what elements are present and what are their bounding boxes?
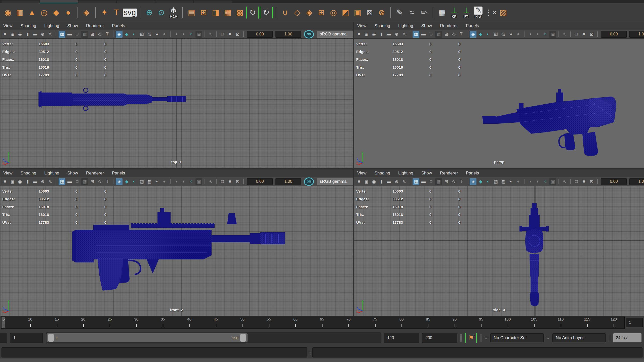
wireframe-on-shaded-icon[interactable]: ◐ xyxy=(131,178,138,185)
field-chart-icon[interactable]: ⊞ xyxy=(89,31,96,38)
motion-blur-icon[interactable]: ◐ xyxy=(534,31,541,38)
toolbar-separator[interactable] xyxy=(170,31,171,37)
safe-title-icon[interactable]: T xyxy=(458,178,465,185)
shelf-tab[interactable] xyxy=(194,1,232,3)
panel-menu-item[interactable]: Lighting xyxy=(398,23,413,28)
safe-title-icon[interactable]: T xyxy=(458,31,465,38)
shaded-mode-icon[interactable]: ◆ xyxy=(477,31,484,38)
select-highlight-icon[interactable]: ↖ xyxy=(561,178,568,185)
anim-layer-menu-arrow[interactable]: ▽ xyxy=(547,336,549,340)
depth-peel-icon[interactable]: ▣ xyxy=(549,31,556,38)
motion-blur-icon[interactable]: ◐ xyxy=(534,178,541,185)
bevel-icon[interactable]: ◈ xyxy=(303,5,315,20)
film-gate-icon[interactable]: ▬ xyxy=(420,31,427,38)
svg-tool-icon[interactable]: svg xyxy=(123,5,137,20)
layout-grip[interactable] xyxy=(460,334,462,342)
lighting-icon[interactable]: ✶ xyxy=(507,178,514,185)
shelf-tab[interactable] xyxy=(117,1,155,3)
toolbar-separator[interactable] xyxy=(113,31,113,37)
command-result-field[interactable] xyxy=(312,347,642,357)
toolbar-separator[interactable] xyxy=(558,179,559,184)
xray-icon[interactable]: ⊠ xyxy=(588,31,595,38)
default-material-icon[interactable]: ▨ xyxy=(500,178,507,185)
toolbar-separator[interactable] xyxy=(56,179,56,184)
edit-edge-flow-icon[interactable]: ≈ xyxy=(406,5,418,20)
anti-alias-icon[interactable]: ○ xyxy=(188,178,195,185)
colorspace-dropdown[interactable]: sRGB gamma xyxy=(317,31,353,38)
super-shape-icon[interactable]: ✦ xyxy=(99,5,110,20)
character-set-menu-arrow[interactable]: ▽ xyxy=(485,336,487,340)
shelf-separator[interactable] xyxy=(276,7,276,18)
contrast-field[interactable]: 1.00 xyxy=(629,178,644,185)
mirror-icon[interactable]: ◨ xyxy=(210,5,221,20)
project-icon[interactable]: ⊠ xyxy=(364,5,375,20)
safe-action-icon[interactable]: ◇ xyxy=(450,178,457,185)
delete-history-icon[interactable]: ✎ Hist xyxy=(472,5,484,20)
safe-title-icon[interactable]: T xyxy=(104,178,111,185)
range-slider-bar[interactable]: 1 120 xyxy=(47,333,248,342)
anim-layer-dropdown[interactable]: No Anim Layer xyxy=(552,333,606,342)
wireframe-on-shaded-icon[interactable]: ◐ xyxy=(131,31,138,38)
panel-menu-item[interactable]: View xyxy=(3,23,13,28)
safe-action-icon[interactable]: ◇ xyxy=(96,178,103,185)
panel-menu-item[interactable]: Lighting xyxy=(44,171,59,176)
panel-menu-item[interactable]: View xyxy=(357,23,367,28)
camera-attributes-icon[interactable]: ◉ xyxy=(17,178,23,185)
shelf-separator[interactable] xyxy=(182,7,183,18)
construction-plane-icon[interactable]: ⊕ xyxy=(143,5,155,20)
pan-zoom-icon[interactable]: ⊕ xyxy=(39,178,46,185)
offset-edge-loop-icon[interactable]: ✏ xyxy=(418,5,430,20)
toolbar-separator[interactable] xyxy=(467,31,467,37)
wireframe-on-shaded-icon[interactable]: ◐ xyxy=(485,31,492,38)
color-management-toggle[interactable]: ON xyxy=(304,177,314,186)
image-plane-icon[interactable]: ▬ xyxy=(386,178,392,185)
range-start-handle[interactable] xyxy=(48,334,54,342)
grid-toggle-icon[interactable]: ▦ xyxy=(59,31,65,38)
playback-start-field[interactable]: 1 xyxy=(10,333,43,343)
time-slider[interactable]: 5 10 15 20 25 xyxy=(1,316,625,329)
pan-zoom-icon[interactable]: ⊕ xyxy=(393,178,400,185)
select-highlight-icon[interactable]: ↖ xyxy=(561,31,568,38)
film-gate-icon[interactable]: ▬ xyxy=(420,178,427,185)
gate-mask-icon[interactable]: ▩ xyxy=(435,31,442,38)
gate-mask-icon[interactable]: ▩ xyxy=(435,178,442,185)
camera-icon[interactable]: ■ xyxy=(355,31,362,38)
lighting-icon[interactable]: ✶ xyxy=(153,178,160,185)
textured-mode-icon[interactable]: ▧ xyxy=(492,178,499,185)
grid-toggle-icon[interactable]: ▦ xyxy=(413,31,419,38)
bookmark-icon[interactable]: ▮ xyxy=(24,178,31,185)
wireframe-mode-icon[interactable]: ◈ xyxy=(116,31,123,38)
toolbar-separator[interactable] xyxy=(243,179,244,184)
textured-mode-icon[interactable]: ▧ xyxy=(138,178,145,185)
resolution-gate-icon[interactable]: □ xyxy=(74,178,80,185)
anti-alias-icon[interactable]: ○ xyxy=(542,31,549,38)
range-end-handle[interactable] xyxy=(240,334,246,342)
toolbar-separator[interactable] xyxy=(410,31,410,37)
contrast-field[interactable]: 1.00 xyxy=(629,31,644,38)
shaded-mode-icon[interactable]: ◆ xyxy=(123,178,130,185)
shelf-tab[interactable] xyxy=(2,1,39,3)
toolbar-separator[interactable] xyxy=(597,31,598,37)
viewport-persp[interactable]: Verts: 15603 0 0 Edges: 30512 0 0 Faces: xyxy=(354,38,644,168)
grid-fill-icon[interactable]: ▦ xyxy=(222,5,233,20)
grease-pencil-icon[interactable]: ✎ xyxy=(401,178,408,185)
camera-lock-icon[interactable]: ▣ xyxy=(9,178,16,185)
poly-cylinder-icon[interactable]: ▥ xyxy=(14,5,26,20)
occlusion-icon[interactable]: ◑ xyxy=(527,178,534,185)
toolbar-separator[interactable] xyxy=(205,31,205,37)
shelf-separator[interactable] xyxy=(77,7,77,18)
contrast-field[interactable]: 1.00 xyxy=(275,31,301,38)
layout-grip[interactable] xyxy=(609,334,610,342)
isolate-add-icon[interactable]: ■ xyxy=(227,31,233,38)
toolbar-separator[interactable] xyxy=(570,179,571,184)
pan-zoom-icon[interactable]: ⊕ xyxy=(39,31,46,38)
depth-peel-icon[interactable]: ▣ xyxy=(195,178,202,185)
freeze-transform-icon[interactable]: ⊥ FT xyxy=(460,5,472,20)
occlusion-icon[interactable]: ◑ xyxy=(173,178,180,185)
field-chart-icon[interactable]: ⊞ xyxy=(443,31,450,38)
panel-menu-item[interactable]: Shading xyxy=(375,23,390,28)
quadrangulate-icon[interactable]: ▣ xyxy=(352,5,363,20)
toolbar-separator[interactable] xyxy=(216,31,217,37)
panel-menu-item[interactable]: Panels xyxy=(112,23,125,28)
layers-icon[interactable]: ▤ xyxy=(186,5,197,20)
